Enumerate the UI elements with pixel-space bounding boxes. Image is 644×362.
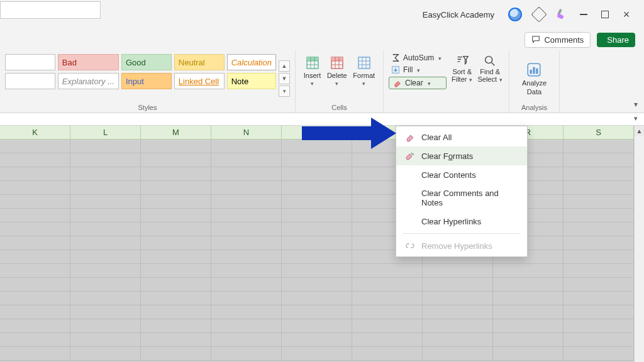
grid-cell[interactable]	[282, 181, 352, 195]
vertical-scrollbar[interactable]: ▲	[634, 126, 644, 362]
grid-cell[interactable]	[141, 333, 211, 347]
grid-row[interactable]	[0, 305, 634, 319]
grid-row[interactable]	[0, 195, 634, 209]
grid-row[interactable]	[0, 222, 634, 236]
grid-cell[interactable]	[141, 278, 211, 292]
style-good[interactable]: Good	[121, 54, 172, 70]
grid-cell[interactable]	[282, 153, 352, 167]
grid-cell[interactable]	[423, 264, 493, 278]
grid-cell[interactable]	[423, 292, 493, 305]
close-button[interactable]: ×	[621, 9, 631, 19]
grid-cell[interactable]	[493, 305, 564, 319]
grid-cell[interactable]	[70, 209, 141, 222]
grid-cell[interactable]	[423, 347, 493, 361]
grid-cell[interactable]	[211, 347, 282, 361]
grid-cell[interactable]	[282, 264, 352, 278]
grid-cell[interactable]	[282, 305, 352, 319]
grid-cell[interactable]	[211, 305, 282, 319]
grid-cell[interactable]	[211, 153, 282, 167]
grid-cell[interactable]	[70, 153, 141, 167]
grid-cell[interactable]	[211, 292, 282, 305]
grid-cell[interactable]	[0, 209, 70, 222]
styles-scroll-more-icon[interactable]: ▾	[279, 85, 290, 97]
grid-cell[interactable]	[211, 181, 282, 195]
clear-contents-item[interactable]: Clear Contents	[396, 165, 527, 184]
grid-cell[interactable]	[282, 236, 352, 250]
col-header[interactable]: L	[70, 126, 141, 140]
grid-cell[interactable]	[282, 319, 352, 333]
grid-row[interactable]	[0, 236, 634, 250]
grid-cell[interactable]	[141, 250, 211, 264]
grid-cell[interactable]	[70, 319, 141, 333]
grid-cell[interactable]	[493, 264, 564, 278]
formula-bar-expand-icon[interactable]: ▾	[634, 114, 638, 123]
style-calculation[interactable]: Calculation	[227, 54, 276, 70]
grid-row[interactable]	[0, 278, 634, 292]
grid-cell[interactable]	[493, 292, 564, 305]
style-note[interactable]: Note	[227, 73, 276, 89]
delete-button[interactable]: Delete ▾	[325, 54, 350, 102]
grid-cell[interactable]	[282, 222, 352, 236]
grid-cell[interactable]	[564, 305, 634, 319]
grid-row[interactable]	[0, 167, 634, 181]
grid-cell[interactable]	[564, 153, 634, 167]
fill-button[interactable]: Fill	[389, 65, 447, 75]
grid-cell[interactable]	[352, 264, 423, 278]
grid-cell[interactable]	[564, 347, 634, 361]
autosum-button[interactable]: AutoSum	[389, 53, 447, 63]
grid-cell[interactable]	[70, 250, 141, 264]
grid-row[interactable]	[0, 319, 634, 333]
grid-cell[interactable]	[282, 347, 352, 361]
scroll-up-icon[interactable]: ▲	[635, 126, 644, 136]
col-header[interactable]: N	[211, 126, 282, 140]
grid-cell[interactable]	[282, 209, 352, 222]
grid-cell[interactable]	[564, 333, 634, 347]
grid-cell[interactable]	[564, 181, 634, 195]
sort-filter-button[interactable]: Sort & Filter	[450, 53, 474, 102]
style-neutral[interactable]: Neutral	[174, 54, 225, 70]
grid-cell[interactable]	[282, 195, 352, 209]
grid-row[interactable]	[0, 333, 634, 347]
share-button[interactable]: Share	[597, 33, 635, 47]
grid-cell[interactable]	[352, 278, 423, 292]
grid-cell[interactable]	[0, 236, 70, 250]
grid-cell[interactable]	[70, 305, 141, 319]
find-select-button[interactable]: Find & Select	[476, 53, 504, 102]
grid-cell[interactable]	[564, 250, 634, 264]
grid-cell[interactable]	[564, 264, 634, 278]
grid-cell[interactable]	[211, 333, 282, 347]
grid-cell[interactable]	[423, 305, 493, 319]
worksheet[interactable]: K L M N O P Q R S ▲ Clear All % Clear Fo…	[0, 126, 644, 362]
col-header[interactable]: M	[141, 126, 211, 140]
col-header[interactable]: K	[0, 126, 70, 140]
grid-cell[interactable]	[0, 153, 70, 167]
grid-cell[interactable]	[282, 333, 352, 347]
grid-cell[interactable]	[211, 140, 282, 153]
grid-cell[interactable]	[0, 347, 70, 361]
grid-cell[interactable]	[70, 195, 141, 209]
grid-cell[interactable]	[141, 140, 211, 153]
grid-cell[interactable]	[0, 250, 70, 264]
grid-cell[interactable]	[141, 347, 211, 361]
grid-cell[interactable]	[211, 222, 282, 236]
grid-cell[interactable]	[0, 181, 70, 195]
grid-cell[interactable]	[211, 195, 282, 209]
grid-cell[interactable]	[141, 153, 211, 167]
grid-cell[interactable]	[141, 292, 211, 305]
grid-cell[interactable]	[564, 319, 634, 333]
style-linked-cell[interactable]: Linked Cell	[174, 73, 225, 89]
grid-cell[interactable]	[70, 292, 141, 305]
grid-cell[interactable]	[493, 278, 564, 292]
grid-cell[interactable]	[141, 305, 211, 319]
grid-cell[interactable]	[282, 167, 352, 181]
grid-cell[interactable]	[70, 236, 141, 250]
grid-cell[interactable]	[493, 347, 564, 361]
format-button[interactable]: Format ▾	[350, 54, 377, 102]
grid-cell[interactable]	[0, 140, 70, 153]
ribbon-collapse-icon[interactable]: ▾	[634, 100, 638, 109]
grid-cell[interactable]	[423, 319, 493, 333]
grid-row[interactable]	[0, 181, 634, 195]
grid-cell[interactable]	[0, 264, 70, 278]
grid-cell[interactable]	[70, 167, 141, 181]
grid-cell[interactable]	[141, 195, 211, 209]
